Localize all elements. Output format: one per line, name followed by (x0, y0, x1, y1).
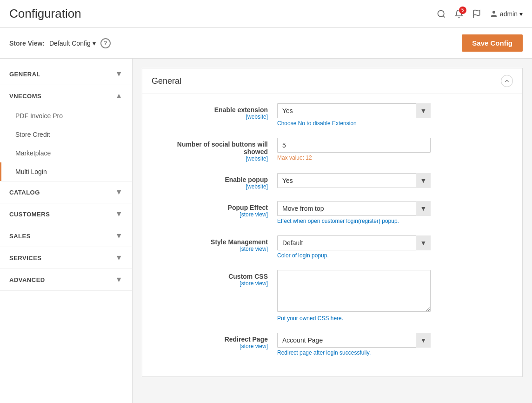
sidebar-chevron-catalog: ▼ (115, 188, 123, 196)
sidebar-item-marketplace[interactable]: Marketplace (0, 144, 132, 162)
admin-menu[interactable]: admin ▾ (490, 10, 523, 18)
form-label-style-management: Style Management (156, 238, 268, 246)
select-redirect-page[interactable]: Account PageHome PageCustom URL (277, 333, 431, 348)
select-wrapper-redirect-page: Account PageHome PageCustom URL▼ (277, 333, 431, 348)
form-hint-popup-effect: Effect when open customer login(register… (277, 218, 508, 224)
form-field-col-enable-extension: YesNo▼Choose No to disable Extension (277, 103, 508, 127)
sidebar-section-label-catalog: CATALOG (9, 189, 40, 196)
form-scope-enable-extension: [website] (156, 114, 268, 120)
main-layout: GENERAL ▼VNECOMS ▲PDF Invoice ProStore C… (0, 59, 532, 403)
sidebar-section-label-customers: CUSTOMERS (9, 211, 50, 218)
form-field-col-style-management: DefaultCustom▼Color of login popup. (277, 235, 508, 259)
sidebar-item-store-credit[interactable]: Store Credit (0, 125, 132, 144)
select-wrapper-enable-popup: YesNo▼ (277, 173, 431, 188)
form-label-num-social-buttons: Number of social buttons will showed (156, 141, 268, 155)
form-row-num-social-buttons: Number of social buttons will showed [we… (156, 138, 508, 162)
store-view-label: Store View: (9, 40, 45, 47)
sidebar-section-label-general: GENERAL (9, 71, 40, 78)
sidebar-section-catalog: CATALOG ▼ (0, 181, 132, 203)
sidebar-section-general: GENERAL ▼ (0, 63, 132, 85)
store-view-chevron-icon: ▾ (93, 40, 96, 47)
select-enable-extension[interactable]: YesNo (277, 103, 431, 118)
form-row-style-management: Style Management [store view]DefaultCust… (156, 235, 508, 259)
sidebar-chevron-vnecoms: ▲ (115, 92, 123, 100)
form-label-col-enable-extension: Enable extension [website] (156, 103, 277, 120)
form-field-col-enable-popup: YesNo▼ (277, 173, 508, 188)
select-popup-effect[interactable]: Move from topFade inSlide down (277, 201, 431, 216)
form-field-col-num-social-buttons: Max value: 12 (277, 138, 508, 161)
form-scope-popup-effect: [store view] (156, 211, 268, 218)
select-wrapper-popup-effect: Move from topFade inSlide down▼ (277, 201, 431, 216)
sidebar-section-vnecoms: VNECOMS ▲PDF Invoice ProStore CreditMark… (0, 85, 132, 181)
select-style-management[interactable]: DefaultCustom (277, 235, 431, 250)
sidebar-section-label-sales: SALES (9, 233, 31, 240)
form-label-col-popup-effect: Popup Effect [store view] (156, 201, 277, 218)
form-label-col-style-management: Style Management [store view] (156, 235, 277, 252)
sidebar-section-header-catalog[interactable]: CATALOG ▼ (0, 181, 132, 203)
sidebar-section-label-services: SERVICES (9, 255, 42, 262)
form-scope-num-social-buttons: [website] (156, 155, 268, 162)
store-view-dropdown[interactable]: Default Config ▾ (49, 40, 96, 47)
form-field-col-popup-effect: Move from topFade inSlide down▼Effect wh… (277, 201, 508, 224)
form-label-col-num-social-buttons: Number of social buttons will showed [we… (156, 138, 277, 162)
content-panel-header: General (142, 68, 522, 94)
sidebar-section-sales: SALES ▼ (0, 225, 132, 247)
svg-point-0 (438, 10, 444, 16)
svg-line-1 (443, 15, 445, 17)
page-title: Configuration (9, 7, 81, 21)
admin-name: admin (500, 10, 518, 18)
form-scope-custom-css: [store view] (156, 280, 268, 287)
content-panel: General Enable extension [website]YesNo▼… (142, 68, 523, 377)
select-enable-popup[interactable]: YesNo (277, 173, 431, 188)
form-scope-enable-popup: [website] (156, 183, 268, 190)
textarea-custom-css[interactable] (277, 270, 431, 312)
sidebar-chevron-sales: ▼ (115, 232, 123, 240)
form-label-enable-popup: Enable popup (156, 176, 268, 183)
help-icon[interactable]: ? (100, 38, 111, 48)
sidebar-section-header-customers[interactable]: CUSTOMERS ▼ (0, 203, 132, 225)
form-field-col-custom-css: Put your owned CSS here. (277, 270, 508, 322)
sidebar-section-label-advanced: ADVANCED (9, 276, 45, 283)
sidebar-section-header-sales[interactable]: SALES ▼ (0, 225, 132, 247)
form-row-redirect-page: Redirect Page [store view]Account PageHo… (156, 333, 508, 356)
notifications-button[interactable]: 5 (454, 9, 464, 19)
search-button[interactable] (437, 9, 446, 19)
form-row-enable-popup: Enable popup [website]YesNo▼ (156, 173, 508, 190)
form-label-col-enable-popup: Enable popup [website] (156, 173, 277, 190)
sidebar-section-header-services[interactable]: SERVICES ▼ (0, 247, 132, 269)
save-config-button[interactable]: Save Config (462, 34, 523, 52)
sidebar-section-header-general[interactable]: GENERAL ▼ (0, 63, 132, 85)
form-label-redirect-page: Redirect Page (156, 336, 268, 343)
form-label-enable-extension: Enable extension (156, 106, 268, 114)
flag-button[interactable] (472, 9, 481, 19)
form-hint-style-management: Color of login popup. (277, 252, 508, 259)
sidebar-item-pdf-invoice-pro[interactable]: PDF Invoice Pro (0, 107, 132, 125)
header: Configuration 5 admin ▾ (0, 0, 532, 28)
form-row-enable-extension: Enable extension [website]YesNo▼Choose N… (156, 103, 508, 127)
collapse-button[interactable] (501, 75, 513, 87)
form-label-col-redirect-page: Redirect Page [store view] (156, 333, 277, 349)
input-num-social-buttons[interactable] (277, 138, 431, 153)
content-panel-title: General (152, 76, 181, 86)
sidebar-section-customers: CUSTOMERS ▼ (0, 203, 132, 225)
form-scope-style-management: [store view] (156, 246, 268, 252)
form-hint-enable-extension: Choose No to disable Extension (277, 120, 508, 127)
form-body: Enable extension [website]YesNo▼Choose N… (142, 94, 522, 376)
form-scope-redirect-page: [store view] (156, 343, 268, 349)
sidebar-section-label-vnecoms: VNECOMS (9, 93, 41, 100)
store-view-bar: Store View: Default Config ▾ ? Save Conf… (0, 28, 532, 59)
store-view-left: Store View: Default Config ▾ ? (9, 38, 111, 48)
sidebar-section-services: SERVICES ▼ (0, 247, 132, 269)
form-row-custom-css: Custom CSS [store view]Put your owned CS… (156, 270, 508, 322)
sidebar-item-multi-login[interactable]: Multi Login (0, 162, 132, 181)
admin-chevron-icon: ▾ (519, 10, 523, 18)
sidebar-section-header-advanced[interactable]: ADVANCED ▼ (0, 269, 132, 290)
notification-count: 5 (459, 7, 466, 14)
store-view-value: Default Config (49, 40, 91, 47)
form-label-popup-effect: Popup Effect (156, 204, 268, 211)
form-row-popup-effect: Popup Effect [store view]Move from topFa… (156, 201, 508, 224)
header-icons: 5 admin ▾ (437, 9, 523, 19)
sidebar-section-advanced: ADVANCED ▼ (0, 269, 132, 291)
sidebar-section-header-vnecoms[interactable]: VNECOMS ▲ (0, 85, 132, 107)
svg-point-3 (492, 11, 495, 13)
